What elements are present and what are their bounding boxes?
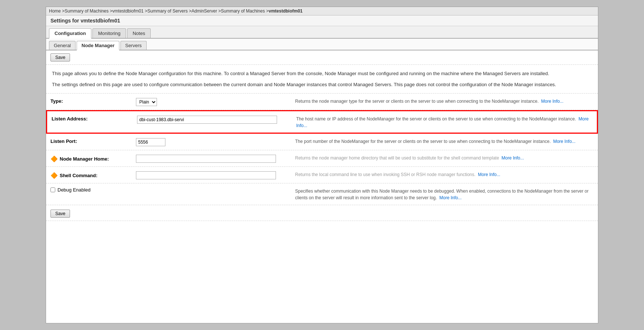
help-listen-port: The port number of the NodeManager for t… [295,137,594,145]
debug-enabled-checkbox[interactable] [50,187,55,192]
help-debug-enabled: Specifies whether communication with thi… [295,187,594,201]
tabs-level1: Configuration Monitoring Notes [46,26,598,39]
label-listen-port: Listen Port: [50,137,132,144]
tab-node-manager[interactable]: Node Manager [77,41,119,50]
tab-general[interactable]: General [49,41,76,50]
shell-command-input[interactable] [136,171,276,179]
input-col-node-manager-home [136,154,291,163]
more-info-node-manager-home[interactable]: More Info... [501,155,524,161]
tab-notes[interactable]: Notes [127,28,151,38]
help-text-listen-address: The host name or IP address of the NodeM… [296,116,576,122]
help-text-shell-command: Returns the local command line to use wh… [295,172,476,177]
shell-icon: 🔶 [50,172,58,179]
input-col-shell-command [136,171,291,179]
main-window: Home >Summary of Machines >vmtestdbiofm0… [46,7,598,323]
help-shell-command: Returns the local command line to use wh… [295,171,594,178]
breadcrumb: Home >Summary of Machines >vmtestdbiofm0… [46,7,598,15]
label-shell-command: 🔶 Shell Command: [50,171,132,179]
tab-monitoring[interactable]: Monitoring [92,28,126,38]
label-listen-address: Listen Address: [52,115,133,122]
tab-configuration[interactable]: Configuration [49,28,91,39]
form-row-shell-command: 🔶 Shell Command: Returns the local comma… [46,167,598,183]
form-row-type: Type: Plain SSL RSH SSH Returns the node… [46,94,598,110]
description-para1: This page allows you to define the Node … [52,70,592,77]
node-manager-home-input[interactable] [136,155,276,163]
label-node-manager-home: 🔶 Node Manager Home: [50,154,132,162]
input-col-listen-address [137,115,292,124]
listen-port-label-text: Listen Port: [50,138,77,144]
content-area: Save This page allows you to define the … [46,50,598,221]
form-row-node-manager-home: 🔶 Node Manager Home: Returns the node ma… [46,150,598,167]
label-type: Type: [50,97,132,104]
page-title: Settings for vmtestdbiofm01 [46,15,598,26]
type-label-text: Type: [50,98,63,104]
help-node-manager-home: Returns the node manager home directory … [295,154,594,161]
save-button-top[interactable]: Save [50,53,70,62]
form-row-debug-enabled: Debug Enabled Specifies whether communic… [46,183,598,205]
help-text-listen-port: The port number of the NodeManager for t… [295,139,551,144]
tabs-level2: General Node Manager Servers [46,39,598,50]
more-info-debug-enabled[interactable]: More Info... [440,195,462,200]
more-info-type[interactable]: More Info... [541,99,564,104]
breadcrumb-text: Home >Summary of Machines >vmtestdbiofm0… [49,8,302,14]
form-row-listen-address: Listen Address: The host name or IP addr… [46,110,598,134]
description-area: This page allows you to define the Node … [46,65,598,94]
help-listen-address: The host name or IP address of the NodeM… [296,115,592,129]
tab-servers[interactable]: Servers [120,41,147,50]
help-text-type: Returns the node manager type for the se… [295,99,539,104]
more-info-shell-command[interactable]: More Info... [478,172,500,177]
help-type: Returns the node manager type for the se… [295,97,594,105]
shell-command-label-text: Shell Command: [60,173,98,178]
help-text-node-manager-home: Returns the node manager home directory … [295,155,499,161]
label-debug-enabled: Debug Enabled [50,187,132,193]
input-col-type: Plain SSL RSH SSH [136,97,291,106]
input-col-listen-port [136,137,291,146]
form-row-listen-port: Listen Port: The port number of the Node… [46,134,598,150]
toolbar: Save [46,50,598,65]
node-manager-home-label-text: Node Manager Home: [60,156,109,162]
more-info-listen-port[interactable]: More Info... [553,139,575,144]
listen-address-label-text: Listen Address: [52,116,88,122]
type-select[interactable]: Plain SSL RSH SSH [136,98,157,106]
save-button-bottom[interactable]: Save [50,210,70,218]
description-para2: The settings defined on this page are us… [52,81,592,88]
form-section: Type: Plain SSL RSH SSH Returns the node… [46,94,598,205]
listen-port-input[interactable] [136,138,165,146]
input-col-debug-enabled [136,187,291,188]
debug-enabled-label-text: Debug Enabled [57,187,91,193]
node-mgr-icon: 🔶 [50,155,58,162]
footer-toolbar: Save [46,207,598,221]
listen-address-input[interactable] [137,116,277,124]
